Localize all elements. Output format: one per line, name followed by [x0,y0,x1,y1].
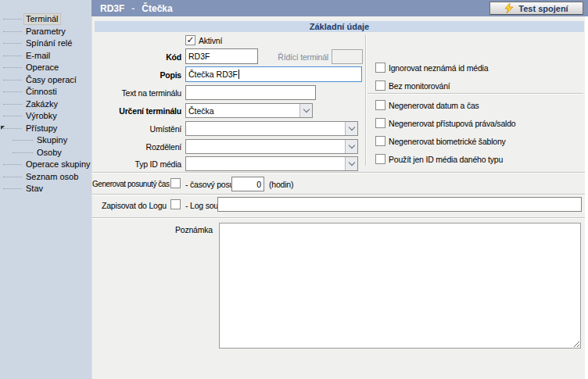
log-soubor-input[interactable] [217,197,582,212]
sidebar-item-parametry[interactable]: Parametry [0,26,91,37]
sidebar-item-osoby[interactable]: Osoby [0,147,91,158]
negenerovat-datum-a-cas-label: Negenerovat datum a čas [389,101,479,110]
sidebar-item-pristupy[interactable]: Přístupy [0,123,91,134]
popis-input[interactable]: Čtečka RD3F [185,66,362,82]
sidebar-item-label: Spínání relé [24,38,74,48]
sidebar-item-seznam-osob[interactable]: Seznam osob [0,171,91,182]
umisteni-label: Umístění [95,124,181,134]
dropdown-button[interactable] [299,104,312,117]
app-window: Terminál Parametry Spínání relé E-mail O… [0,0,588,379]
urceni-terminalu-value: Čtečka [186,106,299,116]
chevron-down-icon [348,159,354,166]
chevron-down-icon [348,124,354,131]
zapisovat-do-logu-checkbox[interactable] [170,199,181,209]
ignorovat-neznama-id-media-checkbox[interactable] [375,63,385,73]
checkbox-group-divider [368,93,583,95]
dropdown-button[interactable] [345,157,357,170]
sidebar-item-label: Činnosti [24,87,59,97]
poznamka-textarea[interactable] [219,223,581,349]
popis-value: Čtečka RD3F [188,70,238,79]
sidebar-item-label: Skupiny [35,135,69,145]
bez-monitorovani-label: Bez monitorování [389,81,450,91]
umisteni-select[interactable] [185,121,358,136]
sidebar-item-label: Terminál [24,14,60,24]
section-title: Základní údaje [95,21,584,32]
rozdeleni-label: Rozdělení [95,142,181,152]
urceni-terminalu-label: Určení terminálu [95,106,181,116]
sidebar-item-operace-skupiny[interactable]: Operace skupiny [0,159,91,170]
generovat-posunuty-cas-label: Generovat posunutý čas [92,180,167,188]
sidebar-item-label: Operace [24,63,60,73]
sidebar-item-casy-operaci[interactable]: Časy operací [0,74,91,85]
sidebar-item-email[interactable]: E-mail [0,50,91,61]
dropdown-button[interactable] [345,122,357,135]
section-divider [91,194,585,195]
poznamka-label: Poznámka [141,225,213,234]
sidebar-item-label: Časy operací [24,75,78,85]
aktivni-checkbox[interactable] [185,35,195,45]
kod-input[interactable]: RD3F [185,48,258,64]
aktivni-label: Aktivní [199,36,222,45]
record-code: RD3F [100,3,124,14]
kod-value: RD3F [188,52,210,61]
negenerovat-pristupova-prava-checkbox[interactable] [375,118,385,128]
popis-label: Popis [95,70,181,80]
sidebar-item-label: Výrobky [24,111,59,121]
text-caret [238,70,239,79]
rozdeleni-select[interactable] [185,139,358,154]
ridici-terminal-input [332,49,363,64]
typ-id-media-select[interactable] [185,156,358,171]
sidebar-item-label: Osoby [35,148,63,158]
tree-line [3,43,22,44]
sidebar-item-spinani-rele[interactable]: Spínání relé [0,38,91,48]
text-na-terminalu-input[interactable] [185,85,316,100]
sidebar-item-label: Stav [24,184,45,194]
generovat-posunuty-cas-checkbox[interactable] [170,178,181,188]
sidebar-item-label: Seznam osob [24,172,80,182]
tree-line [3,177,22,177]
sidebar-item-label: E-mail [24,51,52,61]
dropdown-button[interactable] [345,140,357,153]
sidebar-item-operace[interactable]: Operace [0,62,91,73]
column-divider [365,35,367,166]
sidebar-item-skupiny[interactable]: Skupiny [0,134,91,145]
chevron-down-icon [303,106,309,113]
bez-monitorovani-checkbox[interactable] [375,80,385,91]
sidebar-item-label: Operace skupiny [24,159,92,170]
casovy-posun-input[interactable]: 0 [231,177,264,191]
tree-line [3,164,22,165]
tree-line [3,80,22,80]
casovy-posun-label: - časový posun [185,180,238,189]
chevron-down-icon [348,142,354,148]
sidebar-item-label: Přístupy [24,123,59,134]
section-divider [91,172,585,173]
page-title: Čtečka [142,3,172,14]
section-divider [91,217,585,219]
sidebar-item-cinnosti[interactable]: Činnosti [0,86,91,97]
negenerovat-datum-a-cas-checkbox[interactable] [375,100,385,110]
sidebar-item-stav[interactable]: Stav [0,183,91,194]
tree-line [3,19,22,20]
negenerovat-biometricke-sablony-checkbox[interactable] [375,136,385,146]
text-na-terminalu-label: Text na terminálu [95,88,181,98]
sidebar-tree: Terminál Parametry Spínání relé E-mail O… [0,0,91,379]
sidebar-item-terminal[interactable]: Terminál [0,13,91,24]
test-connection-label: Test spojení [518,4,568,13]
sidebar-item-label: Zakázky [24,99,59,109]
lightning-icon [504,3,514,13]
kod-label: Kód [95,52,181,62]
zapisovat-do-logu-label: Zapisovat do Logu [95,201,167,210]
negenerovat-pristupova-prava-label: Negenerovat přístupová práva/saldo [389,119,515,128]
negenerovat-biometricke-sablony-label: Negenerovat biometrické šablony [389,137,506,146]
pouzit-jen-id-media-checkbox[interactable] [375,154,385,164]
sidebar-item-zakazky[interactable]: Zakázky [0,98,91,109]
sidebar-item-label: Parametry [24,27,67,37]
test-connection-button[interactable]: Test spojení [489,2,583,15]
pouzit-jen-id-media-label: Použít jen ID média daného typu [389,155,503,164]
typ-id-media-label: Typ ID média [95,159,181,169]
sidebar-item-vyrobky[interactable]: Výrobky [0,110,91,121]
urceni-terminalu-select[interactable]: Čtečka [185,103,313,118]
header-separator: - [131,3,134,14]
tree-line [3,188,22,189]
tree-line [13,140,33,141]
